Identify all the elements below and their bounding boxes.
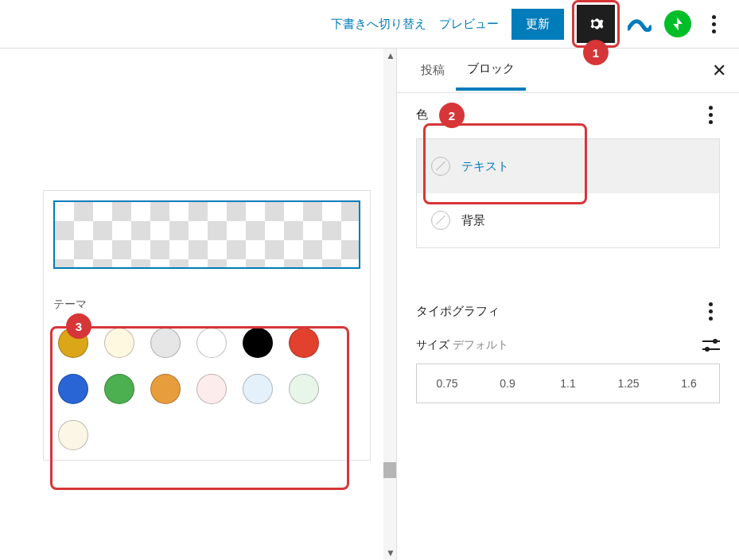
font-size-row: サイズ デフォルト	[416, 338, 720, 352]
annotation-2: 2	[439, 103, 465, 128]
editor-main: ▲ ▼ テーマ 3 投稿 ブロック ✕	[0, 48, 739, 560]
editor-topbar: 下書きへ切り替え プレビュー 更新 1	[0, 0, 739, 48]
empty-color-icon	[431, 157, 450, 176]
scroll-down-icon: ▼	[386, 547, 395, 558]
svg-point-1	[713, 339, 718, 344]
editor-canvas: ▲ ▼ テーマ 3	[0, 48, 397, 560]
color-panel-more[interactable]	[701, 106, 720, 124]
bolt-icon	[670, 16, 686, 32]
canvas-scrollbar[interactable]: ▲ ▼	[383, 49, 396, 560]
settings-button[interactable]	[577, 5, 615, 43]
annotation-3: 3	[66, 313, 91, 339]
panel-color-title: 色	[416, 107, 428, 122]
sliders-icon[interactable]	[702, 338, 720, 352]
transparent-preview[interactable]	[53, 200, 360, 269]
preview-button[interactable]: プレビュー	[439, 17, 499, 32]
color-popover: テーマ 3	[43, 190, 371, 461]
sidebar-tabs: 投稿 ブロック ✕	[397, 49, 739, 93]
scroll-up-icon: ▲	[386, 50, 395, 61]
gear-icon	[585, 14, 606, 34]
more-options[interactable]	[704, 15, 723, 33]
panel-typo-title: タイポグラフィ	[416, 304, 500, 319]
theme-palette-label: テーマ	[53, 298, 360, 312]
svg-point-3	[705, 347, 710, 352]
wave-icon	[628, 16, 651, 32]
tab-post[interactable]: 投稿	[410, 52, 456, 89]
theme-palette: 3	[53, 328, 360, 450]
panel-typography: タイポグラフィ サイズ デフォルト 0.75 0.9 1.1 1.25 1.6	[397, 290, 739, 416]
switch-to-draft[interactable]: 下書きへ切り替え	[331, 17, 426, 32]
color-bg-label: 背景	[461, 213, 485, 228]
annotation-box-3	[50, 326, 349, 490]
font-size-presets: 0.75 0.9 1.1 1.25 1.6	[416, 364, 720, 403]
preset[interactable]: 0.75	[417, 364, 477, 402]
settings-button-wrap: 1	[577, 5, 615, 43]
font-size-label: サイズ デフォルト	[416, 338, 508, 352]
panel-typo-header: タイポグラフィ	[416, 302, 720, 321]
tab-block[interactable]: ブロック	[456, 50, 526, 91]
preset[interactable]: 1.1	[538, 364, 598, 402]
preset[interactable]: 1.25	[598, 364, 659, 402]
color-options: 2 テキスト 背景	[416, 138, 720, 248]
annotation-1: 1	[583, 40, 609, 65]
preset[interactable]: 0.9	[477, 364, 538, 402]
color-bg-button[interactable]: 背景	[417, 193, 719, 247]
close-sidebar[interactable]: ✕	[712, 60, 726, 81]
panel-color: 色 2 テキスト 背景	[397, 93, 739, 261]
scroll-thumb[interactable]	[383, 462, 396, 478]
settings-sidebar: 投稿 ブロック ✕ 色 2 テキスト 背景 タイポグラフィ サイズ デフォルト	[397, 48, 739, 560]
empty-color-icon	[431, 211, 450, 230]
preset[interactable]: 1.6	[659, 364, 719, 402]
color-text-button[interactable]: テキスト	[417, 139, 719, 193]
jetpack-icon[interactable]	[664, 10, 691, 37]
update-button[interactable]: 更新	[511, 9, 564, 40]
typo-panel-more[interactable]	[701, 302, 720, 321]
color-text-label: テキスト	[461, 159, 509, 174]
